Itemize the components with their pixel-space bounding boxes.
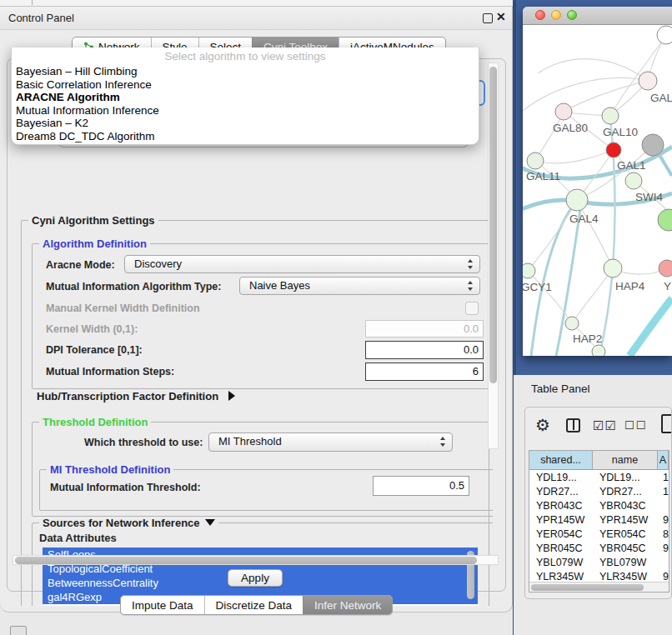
aracne-mode-label: Aracne Mode:: [46, 259, 115, 271]
tab-discretize-data[interactable]: Discretize Data: [204, 596, 303, 614]
network-node-hap2[interactable]: [565, 317, 579, 330]
mi-steps-field[interactable]: 6: [365, 362, 484, 381]
hub-definition-toggle[interactable]: Hub/Transcription Factor Definition: [37, 390, 235, 402]
table-cell: 9.: [658, 571, 669, 582]
network-nodes[interactable]: GALGAL80GAL10GAL1GAL11SWI4GAL4GCY1HAP4YH…: [523, 26, 672, 356]
column-view-icon[interactable]: [566, 418, 580, 432]
table-cell: YDR27...: [529, 486, 593, 498]
algorithm-option-aracne-algorithm[interactable]: ARACNE Algorithm: [16, 91, 474, 104]
table-cell: YBR043C: [593, 500, 658, 512]
table-cell: YPR145W: [529, 514, 593, 526]
column-header-shared[interactable]: shared...: [529, 451, 593, 469]
node-label-gal4: GAL4: [569, 212, 599, 225]
which-threshold-label: Which threshold to use:: [84, 437, 203, 448]
tab-infer-network[interactable]: Infer Network: [303, 596, 392, 614]
table-cell: 12: [658, 486, 669, 498]
table-cell: YDR27...: [593, 486, 658, 498]
aracne-mode-combo[interactable]: Discovery: [124, 255, 480, 273]
network-node-swi4[interactable]: [625, 172, 642, 189]
node-label-gal1: GAL1: [617, 159, 646, 172]
float-window-icon[interactable]: [483, 13, 493, 23]
network-node[interactable]: [642, 134, 664, 156]
threshold-definition-group: Threshold Definition Which threshold to …: [32, 422, 493, 517]
network-node[interactable]: [657, 26, 672, 44]
algorithm-option-basic-correlation-inference[interactable]: Basic Correlation Inference: [16, 78, 474, 92]
horizontal-scrollbar[interactable]: [13, 555, 499, 565]
mi-type-combo[interactable]: Naive Bayes: [239, 277, 480, 295]
network-view-window[interactable]: GALGAL80GAL10GAL1GAL11SWI4GAL4GCY1HAP4YH…: [523, 7, 672, 356]
network-node-hap4[interactable]: [604, 259, 622, 278]
minimize-button[interactable]: [551, 10, 561, 20]
algorithm-option-bayesian-k2[interactable]: Bayesian – K2: [16, 117, 474, 130]
data-attributes-label: Data Attributes: [39, 532, 117, 544]
cyni-group-title: Cyni Algorithm Settings: [28, 214, 158, 227]
horizontal-scrollbar-thumb[interactable]: [15, 557, 477, 564]
table-cell: YLR345W: [529, 571, 593, 582]
stepper-down-icon: [440, 443, 445, 447]
table-cell: YER054C: [593, 528, 658, 540]
dpi-tolerance-field[interactable]: 0.0: [365, 341, 484, 359]
manual-kernel-checkbox: [465, 302, 479, 315]
network-node[interactable]: [658, 209, 672, 231]
mi-threshold-field[interactable]: 0.5: [373, 476, 469, 496]
algorithm-option-bayesian-hill-climbing[interactable]: Bayesian – Hill Climbing: [16, 65, 474, 78]
table-cell: 13: [658, 472, 669, 483]
sources-group-title[interactable]: Sources for Network Inference: [39, 517, 218, 529]
table-cell: YBR043C: [529, 500, 593, 512]
table-row[interactable]: YDL19...YDL19...13: [529, 470, 669, 484]
tab-impute-data[interactable]: Impute Data: [121, 596, 204, 614]
table-row[interactable]: YBL079WYBL079W: [529, 555, 669, 569]
network-node-gal4[interactable]: [566, 189, 588, 211]
network-node-gal11[interactable]: [527, 152, 544, 169]
select-all-icon[interactable]: ☑☑: [593, 418, 617, 433]
column-header-name[interactable]: name: [593, 451, 658, 469]
close-button[interactable]: [535, 10, 545, 20]
manual-kernel-label: Manual Kernel Width Definition: [46, 302, 200, 314]
close-icon[interactable]: ✕: [496, 10, 506, 23]
table-scrollbar-thumb[interactable]: [531, 584, 644, 591]
table-cell: YBL079W: [593, 557, 658, 568]
mini-window-icon[interactable]: [10, 626, 27, 635]
tab-label: Impute Data: [132, 599, 193, 612]
network-canvas[interactable]: GALGAL80GAL10GAL1GAL11SWI4GAL4GCY1HAP4YH…: [523, 25, 672, 356]
tab-label: Discretize Data: [216, 599, 293, 612]
gear-icon[interactable]: ⚙: [535, 415, 550, 435]
algorithm-definition-group: Algorithm Definition Aracne Mode: Discov…: [32, 243, 493, 389]
table-row[interactable]: YBR045CYBR045C9.: [529, 541, 669, 555]
deselect-all-icon[interactable]: ☐☐: [624, 419, 647, 432]
node-table: shared...nameA YDL19...YDL19...13YDR27..…: [529, 450, 669, 592]
table-row[interactable]: YPR145WYPR145W9.: [529, 512, 669, 527]
bottom-tabbar: Impute DataDiscretize DataInfer Network: [120, 595, 393, 615]
triangle-right-icon: [228, 391, 235, 401]
network-node[interactable]: [592, 345, 605, 356]
table-row[interactable]: YDR27...YDR27...12: [529, 484, 669, 498]
table-horizontal-scrollbar[interactable]: [529, 582, 669, 592]
vertical-scrollbar[interactable]: [488, 62, 499, 449]
network-node-gal[interactable]: [639, 72, 657, 90]
network-node-gal10[interactable]: [602, 108, 619, 124]
table-cell: YLR345W: [593, 571, 658, 582]
vertical-scrollbar-thumb[interactable]: [489, 67, 497, 383]
node-label-swi4: SWI4: [635, 191, 663, 203]
network-node-gal1[interactable]: [606, 142, 621, 158]
which-threshold-value: MI Threshold: [209, 433, 452, 450]
algorithm-option-dream8-dc-tdc-algorithm[interactable]: Dream8 DC_TDC Algorithm: [16, 130, 474, 143]
network-node-gal80[interactable]: [555, 103, 572, 120]
stepper-up-icon: [468, 259, 473, 262]
algorithm-option-mutual-information-inference[interactable]: Mutual Information Inference: [16, 104, 474, 118]
which-threshold-combo[interactable]: MI Threshold: [208, 432, 453, 452]
network-node-gcy1[interactable]: [523, 263, 535, 278]
network-node-y[interactable]: [659, 260, 672, 277]
table-cell: YBL079W: [529, 557, 593, 568]
table-cell: YDL19...: [529, 472, 593, 483]
zoom-button[interactable]: [567, 10, 577, 20]
table-row[interactable]: YER054CYER054C8.: [529, 527, 669, 541]
network-window-titlebar[interactable]: [523, 7, 672, 25]
column-header-a[interactable]: A: [658, 451, 669, 469]
stepper-down-icon: [468, 288, 473, 291]
apply-button[interactable]: Apply: [228, 569, 283, 587]
table-row[interactable]: YBR043CYBR043C: [529, 498, 669, 512]
table-cell: YDL19...: [593, 472, 658, 483]
algorithm-option-list: Bayesian – Hill ClimbingBasic Correlatio…: [16, 65, 474, 143]
document-icon[interactable]: [661, 414, 672, 433]
